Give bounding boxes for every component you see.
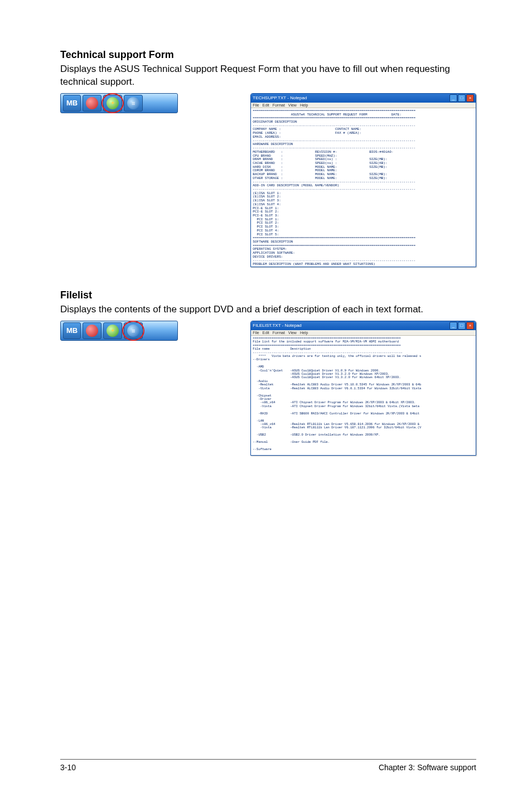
taskbar-strip: MB	[60, 93, 178, 113]
wand-icon	[107, 325, 119, 337]
menu-edit[interactable]: Edit	[263, 103, 269, 107]
notepad-window-techsupp: TECHSUPP.TXT - Notepad _ □ × File Edit F…	[250, 93, 476, 267]
taskbar-manual-button-2[interactable]	[124, 322, 143, 339]
section-desc-filelist: Displays the contents of the support DVD…	[60, 303, 476, 316]
document-list-icon	[127, 97, 139, 109]
menu-view[interactable]: View	[288, 103, 297, 107]
window-maximize-button[interactable]: □	[458, 322, 466, 330]
window-minimize-button[interactable]: _	[449, 94, 457, 102]
taskbar-utilities-button-2[interactable]	[103, 322, 122, 339]
section-title-filelist: Filelist	[60, 289, 476, 301]
notepad-body-filelist: ========================================…	[251, 336, 476, 455]
footer-page-number: 3-10	[60, 763, 76, 772]
taskbar-mb-button-2[interactable]: MB	[63, 322, 81, 339]
notepad-body-techsupp: ========================================…	[251, 108, 476, 267]
section-desc-techsupp: Displays the ASUS Technical Support Requ…	[60, 63, 476, 89]
notepad-menubar: File Edit Format View Help	[251, 103, 476, 108]
notepad-menubar-2: File Edit Format View Help	[251, 330, 476, 336]
taskbar-strip-2: MB	[60, 321, 178, 341]
menu-view[interactable]: View	[288, 331, 297, 335]
window-minimize-button[interactable]: _	[449, 322, 457, 330]
section-title-techsupp: Technical support Form	[60, 49, 476, 61]
cd-red-icon	[86, 97, 98, 109]
taskbar-utilities-button[interactable]	[103, 95, 122, 112]
taskbar-manual-button[interactable]	[124, 95, 143, 112]
document-list-icon	[127, 325, 139, 337]
taskbar-drivers-button[interactable]	[83, 95, 101, 112]
wand-icon	[107, 97, 119, 109]
window-close-button[interactable]: ×	[466, 94, 474, 102]
notepad-titlebar: TECHSUPP.TXT - Notepad _ □ ×	[251, 94, 476, 103]
notepad-title-2: FILELIST.TXT - Notepad	[253, 323, 301, 328]
cd-red-icon	[86, 325, 98, 337]
footer-chapter: Chapter 3: Software support	[379, 763, 476, 772]
menu-edit[interactable]: Edit	[263, 331, 269, 335]
notepad-titlebar-2: FILELIST.TXT - Notepad _ □ ×	[251, 321, 476, 330]
menu-file[interactable]: File	[253, 331, 259, 335]
menu-help[interactable]: Help	[300, 331, 308, 335]
taskbar-drivers-button-2[interactable]	[83, 322, 101, 339]
page-footer: 3-10 Chapter 3: Software support	[60, 759, 476, 772]
menu-file[interactable]: File	[253, 103, 259, 107]
notepad-window-filelist: FILELIST.TXT - Notepad _ □ × File Edit F…	[250, 321, 476, 456]
window-close-button[interactable]: ×	[466, 322, 474, 330]
notepad-title: TECHSUPP.TXT - Notepad	[253, 95, 307, 100]
menu-format[interactable]: Format	[273, 103, 285, 107]
taskbar-mb-button[interactable]: MB	[63, 95, 81, 112]
menu-help[interactable]: Help	[300, 103, 308, 107]
window-maximize-button[interactable]: □	[458, 94, 466, 102]
menu-format[interactable]: Format	[273, 331, 285, 335]
figure-filelist: MB FILELIST.TXT - Notepad _ □ × File Edi…	[60, 321, 476, 456]
figure-techsupp: MB TECHSUPP.TXT - Notepad _ □ × File Edi…	[60, 93, 476, 267]
